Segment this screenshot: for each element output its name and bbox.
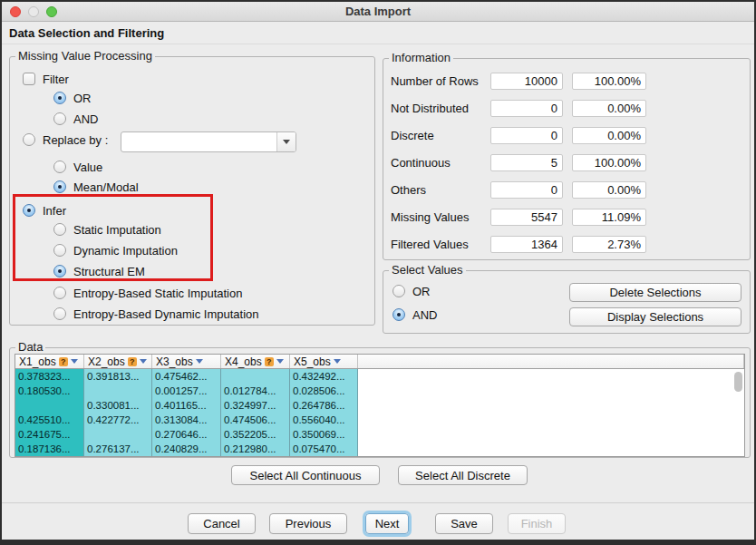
structural-em-radio[interactable] <box>53 265 66 277</box>
entropy-dynamic-radio[interactable] <box>53 307 66 320</box>
column-header-x1-obs[interactable]: X1_obs ? <box>15 355 84 368</box>
info-value-missing-values[interactable]: 5547 <box>490 209 563 226</box>
dynamic-imputation-label: Dynamic Imputation <box>73 244 178 258</box>
table-cell[interactable]: 0.378323... <box>15 369 84 384</box>
scrollbar-thumb[interactable] <box>734 372 742 392</box>
table-cell[interactable]: 0.401165... <box>152 398 221 413</box>
table-cell[interactable]: 0.212980... <box>221 442 290 456</box>
filter-checkbox[interactable] <box>23 73 35 85</box>
info-label-not-distributed: Not Distributed <box>391 100 469 117</box>
sort-arrow-icon[interactable] <box>71 359 78 364</box>
combobox-dropdown-button[interactable] <box>276 132 296 151</box>
delete-selections-button[interactable]: Delete Selections <box>569 283 741 302</box>
table-cell[interactable]: 0.276137... <box>84 442 152 456</box>
table-cell[interactable]: 0.432492... <box>290 369 358 384</box>
select-values-or-radio[interactable] <box>393 285 405 297</box>
table-cell[interactable]: 0.264786... <box>290 398 358 413</box>
column-header-x5-obs[interactable]: X5_obs <box>290 355 358 368</box>
table-cell[interactable]: 0.241675... <box>15 427 84 442</box>
zoom-window-icon[interactable] <box>46 6 57 17</box>
save-button[interactable]: Save <box>435 513 493 534</box>
sort-arrow-icon[interactable] <box>276 359 284 364</box>
table-cell[interactable]: 0.556040... <box>290 413 358 427</box>
sort-arrow-icon[interactable] <box>334 359 341 364</box>
info-percent-others[interactable]: 0.00% <box>572 181 646 199</box>
info-label-others: Others <box>391 181 426 199</box>
column-header-x4-obs[interactable]: X4_obs ? <box>221 355 290 368</box>
vertical-scrollbar[interactable] <box>733 370 744 456</box>
table-cell[interactable] <box>84 427 152 442</box>
infer-radio[interactable] <box>23 204 35 217</box>
column-header-x3-obs[interactable]: X3_obs <box>152 355 221 368</box>
table-cell[interactable]: 0.313084... <box>152 413 221 427</box>
table-cell[interactable]: 0.240829... <box>152 442 221 456</box>
info-percent-discrete[interactable]: 0.00% <box>572 127 646 144</box>
info-value-discrete[interactable]: 0 <box>490 127 563 144</box>
missing-flag-icon: ? <box>59 357 68 366</box>
entropy-static-radio[interactable] <box>53 287 66 299</box>
info-value-continuous[interactable]: 5 <box>490 154 563 171</box>
data-table-header: X1_obs ? X2_obs ? X3_obs X4_obs ? <box>15 355 744 369</box>
table-cell[interactable]: 0.075470... <box>290 442 358 456</box>
info-value-filtered-values[interactable]: 1364 <box>490 236 563 253</box>
filter-or-label: OR <box>73 92 92 105</box>
table-cell[interactable] <box>15 398 84 413</box>
info-value-not-distributed[interactable]: 0 <box>490 100 563 117</box>
table-cell[interactable]: 0.012784... <box>221 384 290 398</box>
select-all-continuous-button[interactable]: Select All Continuous <box>231 465 380 485</box>
column-name: X5_obs <box>294 355 331 368</box>
cancel-button[interactable]: Cancel <box>188 513 256 534</box>
sort-arrow-icon[interactable] <box>196 359 203 364</box>
minimize-window-icon[interactable] <box>28 6 39 17</box>
table-cell[interactable]: 0.474506... <box>221 413 290 427</box>
chevron-down-icon <box>283 140 290 144</box>
table-cell[interactable]: 0.422772... <box>84 413 152 427</box>
table-cell[interactable] <box>84 384 152 398</box>
table-cell[interactable]: 0.350069... <box>290 427 358 442</box>
table-cell[interactable]: 0.391813... <box>84 369 152 384</box>
mean-modal-radio[interactable] <box>53 180 66 193</box>
filter-or-radio[interactable] <box>53 92 66 104</box>
column-header-x2-obs[interactable]: X2_obs ? <box>84 355 152 368</box>
value-radio[interactable] <box>53 161 66 173</box>
next-button[interactable]: Next <box>365 513 409 534</box>
table-cell[interactable] <box>221 369 290 384</box>
info-value-others[interactable]: 0 <box>490 181 563 199</box>
static-imputation-option: Static Imputation <box>53 221 161 238</box>
table-cell[interactable]: 0.330081... <box>84 398 152 413</box>
info-label-filtered-values: Filtered Values <box>391 236 469 253</box>
structural-em-option: Structural EM <box>53 263 145 279</box>
info-percent-missing-values[interactable]: 11.09% <box>572 209 646 226</box>
select-values-and-radio[interactable] <box>393 308 405 321</box>
table-cell[interactable]: 0.475462... <box>152 369 221 384</box>
value-option: Value <box>53 159 102 175</box>
finish-button[interactable]: Finish <box>508 513 566 534</box>
static-imputation-radio[interactable] <box>53 223 66 236</box>
sort-arrow-icon[interactable] <box>140 359 147 364</box>
info-percent-number-of-rows[interactable]: 100.00% <box>572 73 646 90</box>
info-percent-continuous[interactable]: 100.00% <box>572 154 646 171</box>
table-cell[interactable]: 0.001257... <box>152 384 221 398</box>
table-row: 0.330081... 0.401165... 0.324997... 0.26… <box>15 398 744 413</box>
dynamic-imputation-radio[interactable] <box>53 244 66 257</box>
table-cell[interactable]: 0.180530... <box>15 384 84 398</box>
close-window-icon[interactable] <box>10 6 21 17</box>
table-cell[interactable]: 0.425510... <box>15 413 84 427</box>
display-selections-button[interactable]: Display Selections <box>569 307 741 326</box>
filter-and-radio[interactable] <box>53 112 66 125</box>
select-values-group: Select Values OR AND Delete Selections D… <box>383 270 751 334</box>
info-percent-not-distributed[interactable]: 0.00% <box>572 100 646 117</box>
info-percent-filtered-values[interactable]: 2.73% <box>572 236 646 253</box>
table-cell[interactable]: 0.028506... <box>290 384 358 398</box>
dynamic-imputation-option: Dynamic Imputation <box>53 242 178 258</box>
replace-by-radio[interactable] <box>23 133 35 146</box>
select-all-discrete-button[interactable]: Select All Discrete <box>398 465 528 485</box>
info-value-number-of-rows[interactable]: 10000 <box>490 73 563 90</box>
table-cell[interactable]: 0.187136... <box>15 442 84 456</box>
previous-button[interactable]: Previous <box>269 513 347 534</box>
mean-modal-label: Mean/Modal <box>73 180 139 194</box>
table-cell[interactable]: 0.324997... <box>221 398 290 413</box>
replace-by-combobox[interactable] <box>121 131 296 152</box>
table-cell[interactable]: 0.270646... <box>152 427 221 442</box>
table-cell[interactable]: 0.352205... <box>221 427 290 442</box>
